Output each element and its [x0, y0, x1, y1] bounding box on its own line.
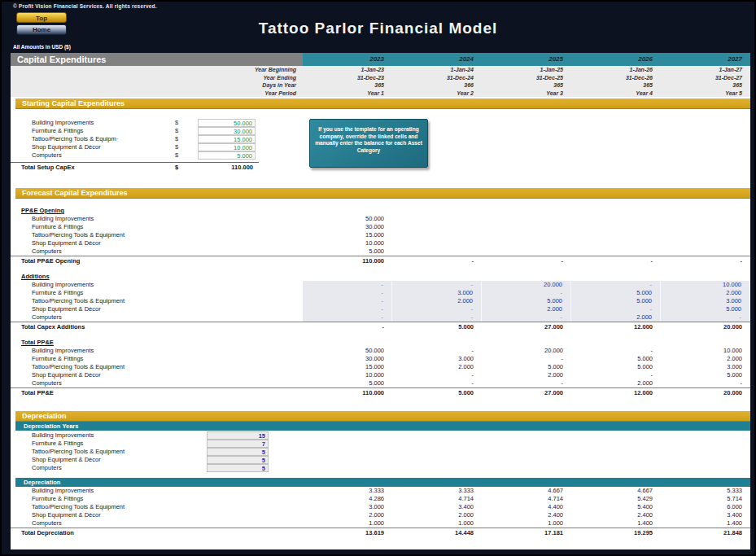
year-info-value: 1-Jan-27: [661, 66, 750, 74]
row-label: Computers: [32, 464, 207, 472]
value-cell: 6.000: [661, 503, 750, 511]
capex-input-cell[interactable]: 15.000: [198, 135, 256, 143]
section-title-capital-expenditures: Capital Expenditures: [11, 53, 303, 66]
value-cell: [392, 231, 482, 239]
addition-input-cell[interactable]: -: [661, 313, 750, 322]
capex-input-cell[interactable]: 30.000: [198, 127, 256, 135]
value-cell: 3.400: [392, 503, 482, 511]
addition-input-cell[interactable]: 2.000: [661, 289, 750, 297]
dep-years-input-cell[interactable]: 5: [207, 456, 269, 464]
value-cell: [571, 215, 661, 223]
value-cell: 3.333: [303, 487, 392, 495]
addition-input-cell[interactable]: 10.000: [661, 281, 750, 289]
addition-input-cell[interactable]: -: [303, 289, 392, 297]
total-value: 110.000: [303, 388, 392, 397]
dep-years-input-cell[interactable]: 5: [207, 464, 269, 472]
total-label: Total PP&E Opening: [11, 256, 303, 265]
value-cell: 5.000: [482, 363, 571, 371]
value-cell: 4.400: [482, 503, 571, 511]
addition-input-cell[interactable]: -: [571, 305, 661, 313]
addition-input-cell[interactable]: -: [392, 281, 482, 289]
year-info-row: Year Period Year 1 Year 2 Year 3 Year 4 …: [11, 90, 750, 98]
total-value: 12.000: [571, 388, 661, 397]
page-title: Tattoo Parlor Financial Model: [2, 20, 754, 37]
table-total-row: Total Depreciation 13.619 14.448 17.181 …: [11, 528, 750, 536]
addition-input-cell[interactable]: 20.000: [482, 281, 571, 289]
value-cell: [661, 239, 750, 247]
year-column-header: 2025: [482, 53, 571, 66]
addition-input-cell[interactable]: -: [303, 297, 392, 305]
value-cell: 3.400: [661, 511, 750, 519]
addition-input-cell[interactable]: 5.000: [661, 305, 750, 313]
total-value: 27.000: [482, 388, 571, 397]
value-cell: 20.000: [482, 347, 571, 355]
currency-symbol: $: [175, 127, 198, 135]
addition-input-cell[interactable]: 2.000: [482, 305, 571, 313]
addition-input-cell[interactable]: 5.000: [571, 289, 661, 297]
addition-input-cell[interactable]: -: [392, 313, 482, 322]
value-cell: 50.000: [303, 347, 392, 355]
year-info-value: 31-Dec-25: [482, 74, 571, 82]
row-label: Computers: [32, 151, 175, 160]
value-cell: -: [392, 347, 482, 355]
group-head-ppe-opening: PP&E Opening: [11, 207, 750, 215]
total-value: -: [392, 256, 482, 265]
capex-input-cell[interactable]: 5.000: [198, 151, 256, 160]
year-info-value: 1-Jan-25: [482, 66, 571, 74]
row-label: Building Improvements: [11, 215, 303, 223]
total-value: 14.448: [392, 528, 482, 537]
dep-years-input-cell[interactable]: 5: [207, 448, 269, 456]
total-label: Total Setup CapEx: [21, 163, 175, 171]
addition-input-cell[interactable]: -: [303, 313, 392, 322]
row-label: Computers: [11, 379, 303, 387]
addition-input-cell[interactable]: -: [482, 289, 571, 297]
value-cell: [392, 247, 482, 256]
year-info-row: Year Beginning 1-Jan-23 1-Jan-24 1-Jan-2…: [11, 66, 750, 74]
capex-input-cell[interactable]: 50.000: [198, 119, 256, 127]
table-row: Tattoo/Piercing Tools & Equipment 15.000…: [11, 363, 750, 371]
addition-input-cell[interactable]: -: [392, 305, 482, 313]
value-cell: 30.000: [303, 223, 392, 231]
addition-input-cell[interactable]: -: [571, 281, 661, 289]
row-label: Tattoo/Piercing Tools & Equipm·: [32, 135, 175, 143]
capex-input-cell[interactable]: 10.000: [198, 143, 256, 151]
table-row: Tattoo/Piercing Tools & Equipment 15.000: [11, 231, 750, 239]
value-cell: 3.333: [392, 487, 482, 495]
addition-input-cell[interactable]: 3.000: [392, 289, 482, 297]
row-label: Shop Equipment & Décor: [11, 305, 303, 313]
row-label: Shop Equipment & Décor: [32, 456, 207, 464]
row-label: Shop Equipment & Décor: [11, 511, 303, 519]
table-row: Building Improvements 50.000: [11, 215, 750, 223]
value-cell: 2.000: [571, 379, 661, 387]
dep-years-input-cell[interactable]: 7: [207, 440, 269, 448]
total-value: 21.848: [661, 528, 750, 537]
table-row: Computers 5.000: [11, 247, 750, 256]
table-total-row: Total Capex Additions - 5.000 27.000 12.…: [11, 322, 750, 331]
addition-input-cell[interactable]: -: [482, 313, 571, 322]
total-value: -: [303, 322, 392, 331]
total-label: Total Depreciation: [11, 528, 303, 537]
section-bar-forecast-capex: Forecast Capital Expenditures: [15, 188, 750, 199]
table-row: Tattoo/Piercing Tools & Equipment 3.000 …: [11, 503, 750, 511]
subheader-depreciation: Depreciation: [15, 478, 750, 487]
addition-input-cell[interactable]: 5.000: [571, 297, 661, 305]
addition-input-cell[interactable]: 2.000: [571, 313, 661, 322]
row-label: Furniture & Fittings: [11, 223, 303, 231]
row-label: Computers: [11, 247, 303, 256]
value-cell: 5.000: [303, 247, 392, 256]
value-cell: [661, 223, 750, 231]
addition-input-cell[interactable]: 3.000: [661, 297, 750, 305]
depreciation-years-row: Computers 5: [11, 464, 750, 472]
addition-input-cell[interactable]: 2.000: [392, 297, 482, 305]
year-info-row: Year Ending 31-Dec-23 31-Dec-24 31-Dec-2…: [11, 74, 750, 82]
year-info-label: Year Period: [11, 90, 303, 98]
dep-years-input-cell[interactable]: 15: [207, 431, 269, 440]
table-row: Shop Equipment & Décor 10.000 - 2.000 - …: [11, 371, 750, 379]
table-row: Computers 5.000 - - 2.000 -: [11, 379, 750, 387]
addition-input-cell[interactable]: -: [303, 305, 392, 313]
table-row: Building Improvements 3.333 3.333 4.667 …: [11, 487, 750, 495]
addition-input-cell[interactable]: 5.000: [482, 297, 571, 305]
value-cell: 3.000: [661, 363, 750, 371]
value-cell: 1.000: [482, 519, 571, 528]
addition-input-cell[interactable]: -: [303, 281, 392, 289]
